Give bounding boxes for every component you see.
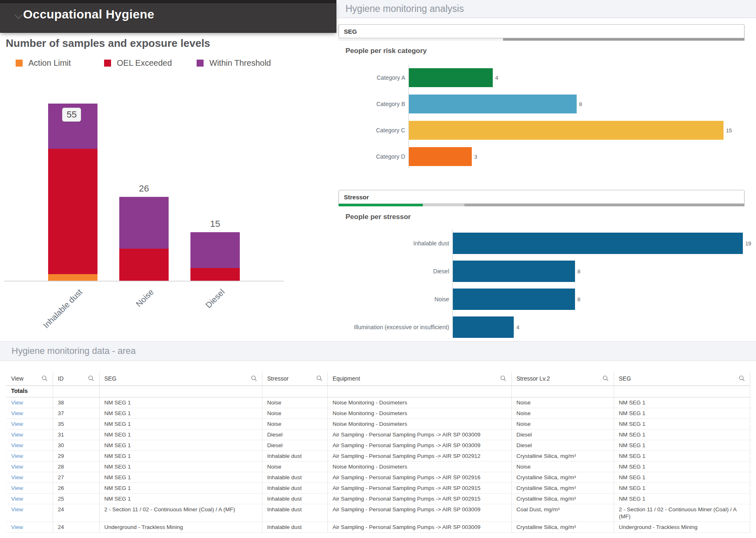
hbar-2[interactable] — [409, 121, 724, 140]
cell-id: 37 — [53, 408, 99, 418]
table-panel-header: Hygiene monitoring data - area — [0, 342, 756, 361]
view-link[interactable]: View — [11, 421, 23, 427]
cell-equipment: Noise Monitoring - Dosimeters — [327, 397, 511, 408]
hbar-category-label: Inhalable dust — [337, 240, 449, 247]
cell-id: 29 — [53, 450, 99, 461]
cell-stressor: Inhalable dust — [262, 522, 327, 532]
search-icon[interactable] — [316, 375, 322, 381]
stressor-chart-title: People per stressor — [346, 213, 411, 221]
column-header-stressor[interactable]: Stressor — [262, 372, 327, 386]
view-link[interactable]: View — [11, 464, 23, 470]
totals-row: Totals — [6, 386, 750, 397]
view-link[interactable]: View — [11, 399, 23, 406]
search-icon[interactable] — [500, 375, 506, 381]
view-link[interactable]: View — [11, 410, 23, 416]
view-link[interactable]: View — [11, 453, 23, 459]
column-header-seg[interactable]: SEG — [99, 372, 262, 386]
view-link[interactable]: View — [11, 496, 23, 502]
search-icon[interactable] — [251, 375, 257, 381]
cell-equipment: Air Sampling - Personal Sampling Pumps -… — [327, 483, 511, 493]
cell-equipment: Noise Monitoring - Dosimeters — [327, 461, 511, 472]
column-header-label: Stressor Lv.2 — [517, 375, 550, 382]
bar-segment-oel-exceeded[interactable] — [190, 268, 240, 281]
cell-stressor: Noise — [262, 418, 327, 429]
search-icon[interactable] — [88, 375, 94, 381]
totals-cell — [327, 386, 511, 397]
stressor-filter-state-bar[interactable] — [339, 204, 744, 206]
filter-strip-segment-0[interactable] — [339, 38, 503, 41]
x-axis-line — [4, 281, 284, 282]
seg-filter-state-bar[interactable] — [339, 38, 744, 41]
cell-equipment: Air Sampling - Personal Sampling Pumps -… — [327, 504, 511, 522]
cell-equipment: Noise Monitoring - Dosimeters — [327, 418, 511, 429]
cell-id: 38 — [53, 397, 99, 408]
bar-segment-within-threshold[interactable] — [190, 232, 240, 268]
risk-chart-title: People per risk category — [346, 47, 427, 55]
stacked-bar-1[interactable] — [119, 197, 169, 281]
column-header-equipment[interactable]: Equipment — [327, 372, 511, 386]
hbar-0[interactable] — [409, 68, 493, 87]
hbar-category-label: Diesel — [337, 268, 449, 275]
hbar-1[interactable] — [453, 261, 575, 282]
bar-segment-oel-exceeded[interactable] — [48, 149, 97, 275]
hbar-category-label: Category A — [337, 74, 405, 81]
bar-segment-oel-exceeded[interactable] — [119, 249, 169, 281]
cell-stressor_lv2: Coal Dust, mg/m³ — [511, 504, 614, 522]
cell-equipment: Air Sampling - Personal Sampling Pumps -… — [327, 429, 511, 440]
view-link[interactable]: View — [11, 474, 23, 480]
filter-strip-segment-2[interactable] — [464, 204, 744, 206]
stacked-bar-2[interactable] — [190, 232, 240, 281]
cell-stressor_lv2: Crystalline Silica, mg/m³ — [511, 493, 614, 504]
column-header-label: SEG — [104, 375, 117, 382]
search-icon[interactable] — [739, 375, 745, 381]
column-header-stressor-lv-2[interactable]: Stressor Lv.2 — [511, 372, 614, 386]
view-link[interactable]: View — [11, 485, 23, 491]
cell-stressor_lv2: Crystalline Silica, mg/m³ — [511, 450, 614, 461]
cell-seg2: Underground - Trackless Mining — [614, 522, 750, 532]
back-chevron-icon — [14, 11, 23, 19]
cell-id: 28 — [53, 461, 99, 472]
column-header-id[interactable]: ID — [53, 372, 99, 386]
cell-seg: NM SEG 1 — [99, 472, 262, 483]
view-link[interactable]: View — [11, 524, 23, 530]
filter-strip-segment-1[interactable] — [423, 204, 464, 206]
table-row: View38NM SEG 1NoiseNoise Monitoring - Do… — [6, 397, 750, 408]
cell-id: 24 — [53, 504, 99, 522]
view-link[interactable]: View — [11, 442, 23, 448]
cell-stressor: Diesel — [262, 429, 327, 440]
bar-total-label: 26 — [128, 183, 160, 194]
filter-strip-segment-0[interactable] — [339, 204, 423, 206]
bar-segment-action-limit[interactable] — [48, 274, 97, 281]
view-link[interactable]: View — [11, 432, 23, 438]
hbar-1[interactable] — [409, 95, 577, 113]
column-header-inner: Stressor Lv.2 — [517, 375, 609, 382]
bar-segment-within-threshold[interactable] — [119, 197, 169, 248]
stacked-bar-0[interactable] — [48, 104, 97, 281]
table-header-row: ViewIDSEGStressorEquipmentStressor Lv.2S… — [6, 372, 750, 386]
cell-stressor: Inhalable dust — [262, 472, 327, 483]
filter-strip-segment-1[interactable] — [503, 38, 744, 41]
column-header-inner: ID — [58, 375, 94, 382]
hbar-0[interactable] — [453, 233, 743, 254]
cell-stressor_lv2: Noise — [511, 397, 614, 408]
column-header-inner: View — [11, 375, 48, 382]
totals-cell — [99, 386, 262, 397]
cell-stressor: Inhalable dust — [262, 483, 327, 493]
hbar-2[interactable] — [453, 289, 575, 310]
search-icon[interactable] — [42, 375, 48, 381]
hbar-value-label: 8 — [577, 268, 580, 275]
stressor-filter[interactable]: Stressor — [339, 190, 744, 204]
search-icon[interactable] — [603, 375, 609, 381]
view-link[interactable]: View — [11, 506, 23, 513]
hbar-category-label: Noise — [337, 296, 449, 302]
hbar-3[interactable] — [409, 147, 472, 166]
analysis-panel: Hygiene monitoring analysis SEG People p… — [337, 0, 756, 341]
category-label: Noise — [134, 287, 155, 309]
dashboard: Occupational Hygiene Number of samples a… — [0, 0, 756, 538]
table-row: View27NM SEG 1Inhalable dustAir Sampling… — [6, 472, 750, 483]
cell-id: 30 — [53, 440, 99, 450]
column-header-seg[interactable]: SEG — [614, 372, 750, 386]
seg-filter[interactable]: SEG — [339, 24, 744, 38]
hbar-3[interactable] — [453, 316, 514, 338]
column-header-view[interactable]: View — [6, 372, 53, 386]
